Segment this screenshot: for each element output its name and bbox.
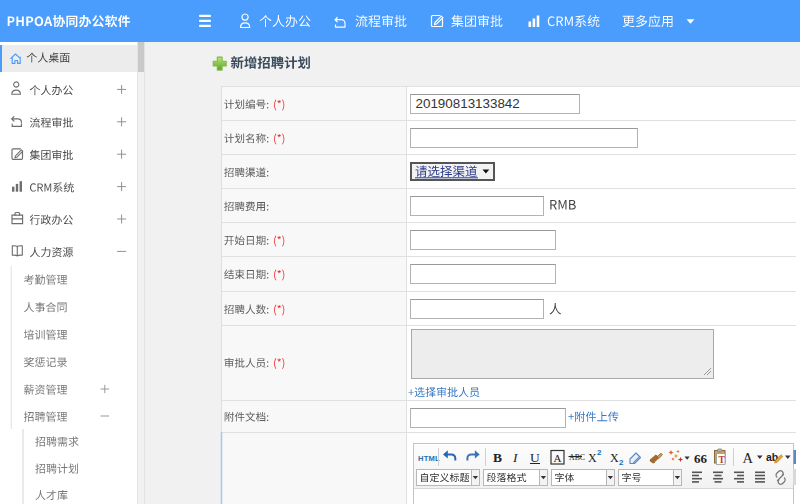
svg-text:T: T <box>719 455 726 465</box>
svg-text:20190813133842: 20190813133842 <box>416 96 520 111</box>
svg-text:2: 2 <box>619 458 624 467</box>
svg-text:A: A <box>554 452 562 464</box>
svg-text:ABC: ABC <box>569 453 585 462</box>
svg-text:B: B <box>493 450 502 465</box>
svg-text:I: I <box>512 450 519 465</box>
svg-text:U: U <box>530 450 540 465</box>
svg-text:66: 66 <box>694 451 708 466</box>
svg-text:X: X <box>610 451 619 465</box>
svg-text:HTML: HTML <box>418 454 440 463</box>
svg-text:2: 2 <box>597 448 602 457</box>
svg-text:A: A <box>743 450 754 466</box>
svg-text:X: X <box>588 451 597 465</box>
